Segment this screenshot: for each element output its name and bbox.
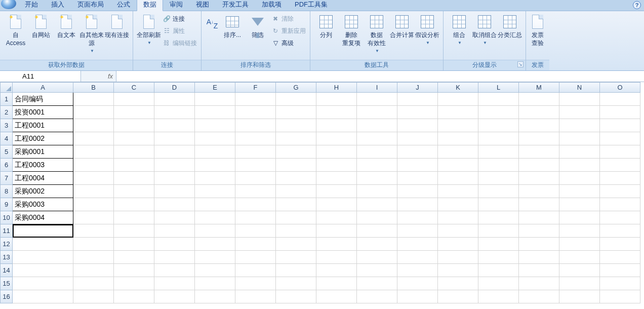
cell-F13[interactable] (235, 251, 276, 264)
text-to-columns-button[interactable]: 分列 (313, 13, 339, 39)
cell-J12[interactable] (397, 238, 438, 251)
cell-C12[interactable] (114, 238, 154, 251)
cell-B4[interactable] (73, 132, 114, 145)
column-header-N[interactable]: N (559, 83, 600, 93)
cell-B6[interactable] (73, 159, 114, 172)
cell-L11[interactable] (478, 224, 519, 238)
data-validation-button[interactable]: 数据 有效性 ▼ (364, 13, 389, 55)
cell-D14[interactable] (154, 264, 195, 277)
dialog-launcher-icon[interactable]: ↘ (517, 61, 524, 67)
remove-duplicates-button[interactable]: 删除 重复项 (339, 13, 364, 47)
cell-E14[interactable] (195, 264, 235, 277)
cell-I2[interactable] (357, 106, 397, 119)
row-header-8[interactable]: 8 (1, 185, 13, 198)
from-access-button[interactable]: ✦ 自 Access (3, 13, 28, 47)
cell-G15[interactable] (276, 277, 316, 290)
cell-F11[interactable] (235, 224, 276, 238)
cell-C11[interactable] (114, 224, 154, 238)
cell-G11[interactable] (276, 224, 316, 238)
cell-K11[interactable] (438, 224, 478, 238)
cell-M13[interactable] (519, 251, 559, 264)
filter-button[interactable]: 筛选 (245, 13, 270, 39)
cell-C7[interactable] (114, 172, 154, 185)
cell-D4[interactable] (154, 132, 195, 145)
tab-加载项[interactable]: 加载项 (255, 0, 288, 11)
ungroup-button[interactable]: 取消组合 ▼ (472, 13, 497, 47)
cell-L3[interactable] (478, 119, 519, 132)
cell-I4[interactable] (357, 132, 397, 145)
cell-N14[interactable] (559, 264, 600, 277)
cell-I10[interactable] (357, 211, 397, 224)
cell-E9[interactable] (195, 198, 235, 211)
cell-B8[interactable] (73, 185, 114, 198)
cell-J5[interactable] (397, 145, 438, 159)
row-header-13[interactable]: 13 (1, 251, 13, 264)
cell-I8[interactable] (357, 185, 397, 198)
cell-F15[interactable] (235, 277, 276, 290)
cell-A14[interactable] (13, 264, 73, 277)
cell-M2[interactable] (519, 106, 559, 119)
column-header-L[interactable]: L (478, 83, 519, 93)
cell-H16[interactable] (316, 290, 357, 303)
cell-K13[interactable] (438, 251, 478, 264)
cell-N16[interactable] (559, 290, 600, 303)
cell-J7[interactable] (397, 172, 438, 185)
cell-L1[interactable] (478, 93, 519, 106)
cell-B15[interactable] (73, 277, 114, 290)
cell-E3[interactable] (195, 119, 235, 132)
cell-N4[interactable] (559, 132, 600, 145)
cell-D5[interactable] (154, 145, 195, 159)
cell-G1[interactable] (276, 93, 316, 106)
cell-H5[interactable] (316, 145, 357, 159)
cell-J8[interactable] (397, 185, 438, 198)
cell-I1[interactable] (357, 93, 397, 106)
cell-O13[interactable] (600, 251, 640, 264)
cell-O1[interactable] (600, 93, 640, 106)
cell-H6[interactable] (316, 159, 357, 172)
cell-D12[interactable] (154, 238, 195, 251)
cell-I16[interactable] (357, 290, 397, 303)
cell-O7[interactable] (600, 172, 640, 185)
cell-C6[interactable] (114, 159, 154, 172)
cell-G4[interactable] (276, 132, 316, 145)
cell-F10[interactable] (235, 211, 276, 224)
cell-H10[interactable] (316, 211, 357, 224)
cell-J4[interactable] (397, 132, 438, 145)
cell-M15[interactable] (519, 277, 559, 290)
cell-J6[interactable] (397, 159, 438, 172)
sort-button[interactable]: 排序... (220, 13, 245, 39)
cell-A4[interactable]: 工程0002 (13, 132, 73, 145)
cell-A8[interactable]: 采购0002 (13, 185, 73, 198)
refresh-all-button[interactable]: 全部刷新 ▼ (136, 13, 162, 47)
cell-D3[interactable] (154, 119, 195, 132)
column-header-D[interactable]: D (154, 83, 195, 93)
cell-J10[interactable] (397, 211, 438, 224)
cell-N1[interactable] (559, 93, 600, 106)
group-button[interactable]: 组合 ▼ (447, 13, 472, 47)
cell-F8[interactable] (235, 185, 276, 198)
cell-G12[interactable] (276, 238, 316, 251)
cell-I11[interactable] (357, 224, 397, 238)
cell-F9[interactable] (235, 198, 276, 211)
row-header-10[interactable]: 10 (1, 211, 13, 224)
cell-K15[interactable] (438, 277, 478, 290)
cell-N7[interactable] (559, 172, 600, 185)
cell-A15[interactable] (13, 277, 73, 290)
cell-F5[interactable] (235, 145, 276, 159)
cell-E5[interactable] (195, 145, 235, 159)
cell-L8[interactable] (478, 185, 519, 198)
tab-开发工具[interactable]: 开发工具 (216, 0, 255, 11)
cell-B10[interactable] (73, 211, 114, 224)
cell-G7[interactable] (276, 172, 316, 185)
cell-O6[interactable] (600, 159, 640, 172)
row-header-4[interactable]: 4 (1, 132, 13, 145)
column-header-H[interactable]: H (316, 83, 357, 93)
cell-H15[interactable] (316, 277, 357, 290)
cell-L4[interactable] (478, 132, 519, 145)
cell-M9[interactable] (519, 198, 559, 211)
tab-开始[interactable]: 开始 (18, 0, 45, 11)
cell-K6[interactable] (438, 159, 478, 172)
cell-C3[interactable] (114, 119, 154, 132)
cell-O5[interactable] (600, 145, 640, 159)
trailing-button[interactable]: 发票查验 (529, 13, 546, 47)
